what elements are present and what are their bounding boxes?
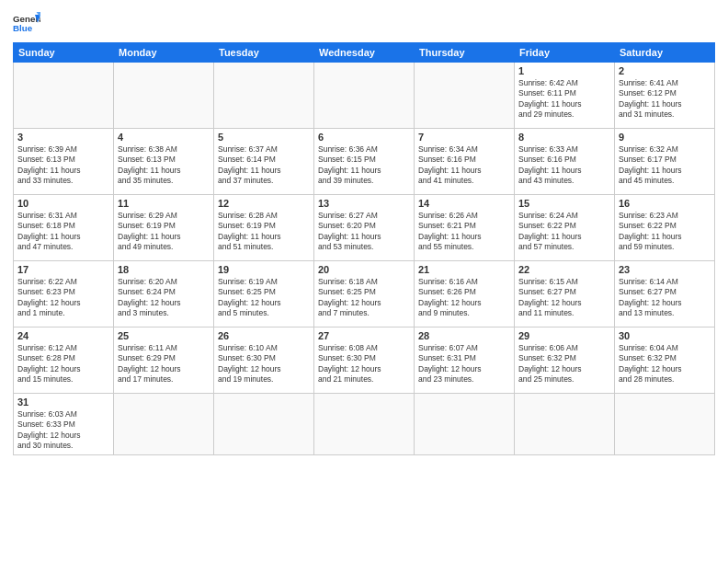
calendar-day-cell	[114, 394, 214, 455]
day-number: 25	[118, 330, 210, 341]
calendar-day-cell: 18Sunrise: 6:20 AM Sunset: 6:24 PM Dayli…	[114, 261, 214, 327]
calendar-table: SundayMondayTuesdayWednesdayThursdayFrid…	[13, 42, 715, 455]
page: General Blue SundayMondayTuesdayWednesda…	[0, 0, 728, 563]
calendar-day-cell: 29Sunrise: 6:06 AM Sunset: 6:32 PM Dayli…	[515, 327, 615, 394]
calendar-day-cell	[314, 394, 415, 455]
day-info: Sunrise: 6:14 AM Sunset: 6:27 PM Dayligh…	[619, 277, 711, 319]
day-info: Sunrise: 6:38 AM Sunset: 6:13 PM Dayligh…	[118, 144, 210, 187]
day-info: Sunrise: 6:36 AM Sunset: 6:15 PM Dayligh…	[318, 144, 410, 187]
day-info: Sunrise: 6:18 AM Sunset: 6:25 PM Dayligh…	[318, 277, 410, 319]
day-info: Sunrise: 6:32 AM Sunset: 6:17 PM Dayligh…	[619, 144, 711, 187]
day-number: 27	[318, 330, 410, 341]
calendar-day-cell: 6Sunrise: 6:36 AM Sunset: 6:15 PM Daylig…	[314, 129, 415, 195]
day-of-week-header: Saturday	[615, 43, 715, 63]
day-info: Sunrise: 6:20 AM Sunset: 6:24 PM Dayligh…	[118, 277, 210, 319]
day-number: 20	[318, 264, 410, 275]
day-number: 23	[619, 264, 711, 275]
day-info: Sunrise: 6:29 AM Sunset: 6:19 PM Dayligh…	[118, 211, 210, 253]
calendar-week-row: 24Sunrise: 6:12 AM Sunset: 6:28 PM Dayli…	[14, 327, 715, 394]
calendar-day-cell: 31Sunrise: 6:03 AM Sunset: 6:33 PM Dayli…	[14, 394, 114, 455]
day-number: 30	[619, 330, 711, 341]
calendar-day-cell	[615, 394, 715, 455]
day-number: 1	[518, 65, 610, 76]
day-number: 28	[418, 330, 510, 341]
day-info: Sunrise: 6:10 AM Sunset: 6:30 PM Dayligh…	[218, 343, 310, 385]
calendar-day-cell: 9Sunrise: 6:32 AM Sunset: 6:17 PM Daylig…	[615, 129, 715, 195]
calendar-day-cell: 27Sunrise: 6:08 AM Sunset: 6:30 PM Dayli…	[314, 327, 415, 394]
day-number: 2	[619, 65, 711, 76]
day-info: Sunrise: 6:27 AM Sunset: 6:20 PM Dayligh…	[318, 211, 410, 253]
day-info: Sunrise: 6:34 AM Sunset: 6:16 PM Dayligh…	[418, 144, 510, 187]
calendar-day-cell: 26Sunrise: 6:10 AM Sunset: 6:30 PM Dayli…	[214, 327, 314, 394]
day-of-week-header: Monday	[114, 43, 214, 63]
calendar-day-cell	[314, 63, 415, 129]
day-info: Sunrise: 6:12 AM Sunset: 6:28 PM Dayligh…	[17, 343, 109, 385]
day-info: Sunrise: 6:42 AM Sunset: 6:11 PM Dayligh…	[518, 78, 610, 121]
day-number: 19	[218, 264, 310, 275]
day-info: Sunrise: 6:06 AM Sunset: 6:32 PM Dayligh…	[518, 343, 610, 385]
svg-text:Blue: Blue	[13, 23, 33, 33]
day-info: Sunrise: 6:28 AM Sunset: 6:19 PM Dayligh…	[218, 211, 310, 253]
calendar-header-row: SundayMondayTuesdayWednesdayThursdayFrid…	[14, 43, 715, 63]
day-number: 17	[17, 264, 109, 275]
calendar-day-cell	[214, 394, 314, 455]
calendar-day-cell: 8Sunrise: 6:33 AM Sunset: 6:16 PM Daylig…	[515, 129, 615, 195]
day-number: 7	[418, 132, 510, 143]
day-info: Sunrise: 6:24 AM Sunset: 6:22 PM Dayligh…	[518, 211, 610, 253]
calendar-day-cell: 16Sunrise: 6:23 AM Sunset: 6:22 PM Dayli…	[615, 195, 715, 261]
calendar-day-cell: 2Sunrise: 6:41 AM Sunset: 6:12 PM Daylig…	[615, 63, 715, 129]
day-number: 9	[619, 132, 711, 143]
day-info: Sunrise: 6:08 AM Sunset: 6:30 PM Dayligh…	[318, 343, 410, 385]
day-of-week-header: Friday	[515, 43, 615, 63]
calendar-day-cell: 11Sunrise: 6:29 AM Sunset: 6:19 PM Dayli…	[114, 195, 214, 261]
day-of-week-header: Sunday	[14, 43, 114, 63]
calendar-day-cell	[415, 63, 515, 129]
day-info: Sunrise: 6:03 AM Sunset: 6:33 PM Dayligh…	[17, 409, 109, 452]
calendar-week-row: 31Sunrise: 6:03 AM Sunset: 6:33 PM Dayli…	[14, 394, 715, 455]
logo: General Blue	[13, 9, 40, 37]
day-of-week-header: Wednesday	[314, 43, 415, 63]
general-blue-logo-icon: General Blue	[13, 9, 40, 37]
day-number: 29	[518, 330, 610, 341]
calendar-day-cell: 22Sunrise: 6:15 AM Sunset: 6:27 PM Dayli…	[515, 261, 615, 327]
header: General Blue	[13, 9, 715, 37]
calendar-day-cell: 3Sunrise: 6:39 AM Sunset: 6:13 PM Daylig…	[14, 129, 114, 195]
calendar-day-cell	[114, 63, 214, 129]
day-info: Sunrise: 6:04 AM Sunset: 6:32 PM Dayligh…	[619, 343, 711, 385]
day-info: Sunrise: 6:22 AM Sunset: 6:23 PM Dayligh…	[17, 277, 109, 319]
calendar-week-row: 17Sunrise: 6:22 AM Sunset: 6:23 PM Dayli…	[14, 261, 715, 327]
day-info: Sunrise: 6:11 AM Sunset: 6:29 PM Dayligh…	[118, 343, 210, 385]
day-info: Sunrise: 6:15 AM Sunset: 6:27 PM Dayligh…	[518, 277, 610, 319]
calendar-day-cell: 4Sunrise: 6:38 AM Sunset: 6:13 PM Daylig…	[114, 129, 214, 195]
day-number: 4	[118, 132, 210, 143]
day-number: 22	[518, 264, 610, 275]
day-number: 12	[218, 198, 310, 209]
calendar-day-cell: 21Sunrise: 6:16 AM Sunset: 6:26 PM Dayli…	[415, 261, 515, 327]
calendar-day-cell: 23Sunrise: 6:14 AM Sunset: 6:27 PM Dayli…	[615, 261, 715, 327]
day-info: Sunrise: 6:16 AM Sunset: 6:26 PM Dayligh…	[418, 277, 510, 319]
calendar-day-cell: 25Sunrise: 6:11 AM Sunset: 6:29 PM Dayli…	[114, 327, 214, 394]
calendar-day-cell: 17Sunrise: 6:22 AM Sunset: 6:23 PM Dayli…	[14, 261, 114, 327]
day-info: Sunrise: 6:33 AM Sunset: 6:16 PM Dayligh…	[518, 144, 610, 187]
calendar-day-cell: 10Sunrise: 6:31 AM Sunset: 6:18 PM Dayli…	[14, 195, 114, 261]
day-number: 6	[318, 132, 410, 143]
calendar-day-cell: 7Sunrise: 6:34 AM Sunset: 6:16 PM Daylig…	[415, 129, 515, 195]
day-number: 8	[518, 132, 610, 143]
day-number: 15	[518, 198, 610, 209]
day-number: 13	[318, 198, 410, 209]
day-info: Sunrise: 6:41 AM Sunset: 6:12 PM Dayligh…	[619, 78, 711, 121]
day-of-week-header: Thursday	[415, 43, 515, 63]
calendar-day-cell: 19Sunrise: 6:19 AM Sunset: 6:25 PM Dayli…	[214, 261, 314, 327]
day-number: 24	[17, 330, 109, 341]
calendar-day-cell: 14Sunrise: 6:26 AM Sunset: 6:21 PM Dayli…	[415, 195, 515, 261]
calendar-week-row: 3Sunrise: 6:39 AM Sunset: 6:13 PM Daylig…	[14, 129, 715, 195]
day-number: 5	[218, 132, 310, 143]
day-info: Sunrise: 6:23 AM Sunset: 6:22 PM Dayligh…	[619, 211, 711, 253]
calendar-day-cell: 20Sunrise: 6:18 AM Sunset: 6:25 PM Dayli…	[314, 261, 415, 327]
day-number: 21	[418, 264, 510, 275]
day-number: 10	[17, 198, 109, 209]
day-number: 11	[118, 198, 210, 209]
day-of-week-header: Tuesday	[214, 43, 314, 63]
day-number: 26	[218, 330, 310, 341]
calendar-day-cell: 15Sunrise: 6:24 AM Sunset: 6:22 PM Dayli…	[515, 195, 615, 261]
